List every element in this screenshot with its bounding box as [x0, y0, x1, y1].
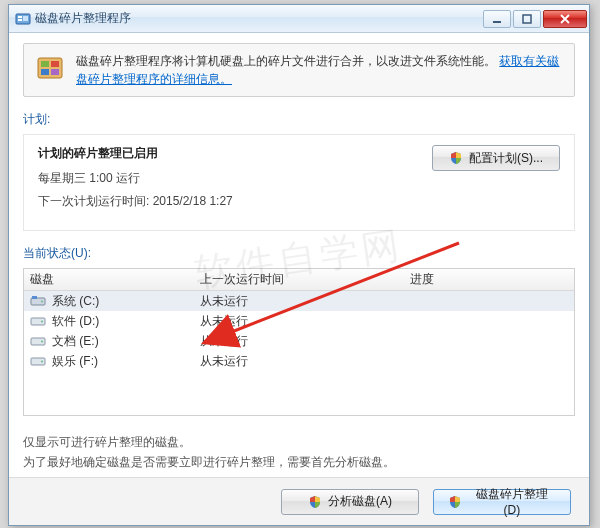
svg-rect-4	[493, 21, 501, 23]
schedule-frequency: 每星期三 1:00 运行	[38, 170, 560, 187]
drive-icon	[30, 355, 46, 367]
disk-name: 系统 (C:)	[52, 293, 99, 310]
last-run: 从未运行	[194, 353, 404, 370]
last-run: 从未运行	[194, 313, 404, 330]
svg-rect-12	[32, 296, 37, 299]
svg-rect-1	[18, 16, 22, 18]
defrag-label: 磁盘碎片整理(D)	[468, 486, 556, 517]
analyze-label: 分析磁盘(A)	[328, 493, 392, 510]
svg-point-13	[41, 301, 43, 303]
svg-rect-2	[18, 19, 22, 21]
shield-icon	[308, 495, 322, 509]
window-title: 磁盘碎片整理程序	[35, 10, 481, 27]
drive-icon	[30, 315, 46, 327]
table-row[interactable]: 系统 (C:)从未运行	[24, 291, 574, 311]
col-last-run[interactable]: 上一次运行时间	[194, 271, 404, 288]
svg-rect-9	[41, 69, 49, 75]
app-icon	[15, 11, 31, 27]
svg-rect-10	[51, 69, 59, 75]
svg-point-17	[41, 341, 43, 343]
table-row[interactable]: 娱乐 (F:)从未运行	[24, 351, 574, 371]
last-run: 从未运行	[194, 333, 404, 350]
table-row[interactable]: 文档 (E:)从未运行	[24, 331, 574, 351]
schedule-next-run: 下一次计划运行时间: 2015/2/18 1:27	[38, 193, 560, 210]
svg-point-19	[41, 361, 43, 363]
defrag-icon	[34, 52, 66, 84]
status-label: 当前状态(U):	[23, 245, 575, 262]
svg-rect-8	[51, 61, 59, 67]
schedule-block: 计划的碎片整理已启用 每星期三 1:00 运行 下一次计划运行时间: 2015/…	[23, 134, 575, 231]
titlebar: 磁盘碎片整理程序	[9, 5, 589, 33]
minimize-button[interactable]	[483, 10, 511, 28]
svg-rect-3	[23, 16, 28, 21]
table-header: 磁盘 上一次运行时间 进度	[24, 269, 574, 291]
schedule-label: 计划:	[23, 111, 575, 128]
analyze-button[interactable]: 分析磁盘(A)	[281, 489, 419, 515]
disk-name: 文档 (E:)	[52, 333, 99, 350]
configure-schedule-label: 配置计划(S)...	[469, 150, 543, 167]
svg-rect-7	[41, 61, 49, 67]
info-text: 磁盘碎片整理程序将计算机硬盘上的碎片文件进行合并，以改进文件系统性能。 获取有关…	[76, 52, 564, 88]
maximize-button[interactable]	[513, 10, 541, 28]
defrag-button[interactable]: 磁盘碎片整理(D)	[433, 489, 571, 515]
drive-icon	[30, 335, 46, 347]
col-progress[interactable]: 进度	[404, 271, 574, 288]
info-message: 磁盘碎片整理程序将计算机硬盘上的碎片文件进行合并，以改进文件系统性能。	[76, 54, 496, 68]
svg-point-15	[41, 321, 43, 323]
drive-icon	[30, 295, 46, 307]
footnote-line1: 仅显示可进行碎片整理的磁盘。	[23, 432, 575, 452]
defrag-window: 磁盘碎片整理程序 磁盘碎片整理程序将计算机硬盘上的碎片文件进行合并，	[8, 4, 590, 526]
shield-icon	[449, 151, 463, 165]
disk-name: 软件 (D:)	[52, 313, 99, 330]
svg-rect-5	[523, 15, 531, 23]
window-content: 磁盘碎片整理程序将计算机硬盘上的碎片文件进行合并，以改进文件系统性能。 获取有关…	[9, 33, 589, 525]
disk-name: 娱乐 (F:)	[52, 353, 98, 370]
footnote-line2: 为了最好地确定磁盘是否需要立即进行碎片整理，需要首先分析磁盘。	[23, 452, 575, 472]
table-body: 系统 (C:)从未运行软件 (D:)从未运行文档 (E:)从未运行娱乐 (F:)…	[24, 291, 574, 371]
footnote: 仅显示可进行碎片整理的磁盘。 为了最好地确定磁盘是否需要立即进行碎片整理，需要首…	[23, 432, 575, 473]
col-disk[interactable]: 磁盘	[24, 271, 194, 288]
close-button[interactable]	[543, 10, 587, 28]
disk-table: 磁盘 上一次运行时间 进度 系统 (C:)从未运行软件 (D:)从未运行文档 (…	[23, 268, 575, 416]
shield-icon	[448, 495, 462, 509]
footer-bar: 分析磁盘(A) 磁盘碎片整理(D)	[9, 477, 589, 525]
configure-schedule-button[interactable]: 配置计划(S)...	[432, 145, 560, 171]
last-run: 从未运行	[194, 293, 404, 310]
table-row[interactable]: 软件 (D:)从未运行	[24, 311, 574, 331]
info-banner: 磁盘碎片整理程序将计算机硬盘上的碎片文件进行合并，以改进文件系统性能。 获取有关…	[23, 43, 575, 97]
